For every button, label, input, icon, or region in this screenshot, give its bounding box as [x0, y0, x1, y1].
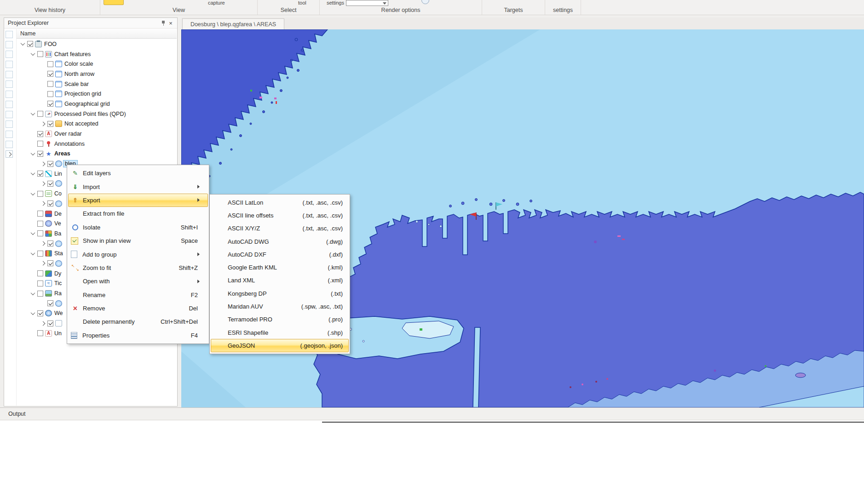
checkbox[interactable]	[47, 101, 53, 107]
checkbox[interactable]	[47, 91, 53, 97]
ribbon-group-select[interactable]: Select	[258, 0, 320, 15]
strip-cell[interactable]	[6, 141, 13, 148]
checkbox[interactable]	[47, 181, 53, 187]
strip-cell[interactable]	[6, 31, 13, 38]
strip-cell[interactable]	[6, 61, 13, 68]
menu-item-show-in-plan-view[interactable]: Show in plan viewSpace	[68, 234, 208, 247]
ribbon-group-targets[interactable]: Targets	[482, 0, 545, 15]
menu-item-export[interactable]: ⇑Export	[68, 194, 208, 207]
close-panel-button[interactable]: ×	[167, 19, 174, 27]
ribbon-combobox[interactable]	[346, 0, 388, 6]
checkbox[interactable]	[37, 270, 43, 276]
expander-toggle[interactable]	[18, 42, 27, 46]
expander-toggle[interactable]	[29, 192, 37, 195]
tree-row-over-radar[interactable]: AOver radar	[17, 129, 177, 139]
checkbox[interactable]	[37, 330, 43, 336]
tree-row-not-accepted[interactable]: Not accepted	[17, 119, 177, 129]
strip-cell[interactable]	[6, 91, 13, 98]
checkbox[interactable]	[47, 300, 53, 306]
strip-cell[interactable]	[6, 120, 13, 128]
menu-item-import[interactable]: ⇓Import	[68, 180, 208, 193]
export-item-ascii-line-offsets[interactable]: ASCII line offsets(.txt, .asc, .csv)	[211, 209, 349, 222]
expander-toggle[interactable]	[39, 322, 47, 325]
export-item-autocad-dxf[interactable]: AutoCAD DXF(.dxf)	[211, 248, 349, 261]
checkbox[interactable]	[37, 51, 43, 57]
checkbox[interactable]	[37, 111, 43, 117]
ribbon-yellow-button[interactable]	[104, 0, 124, 5]
checkbox[interactable]	[37, 191, 43, 197]
expander-toggle[interactable]	[29, 252, 37, 255]
strip-cell[interactable]	[6, 111, 13, 118]
expander-toggle[interactable]	[29, 52, 37, 56]
menu-item-rename[interactable]: RenameF2	[68, 288, 208, 302]
expander-toggle[interactable]	[39, 182, 47, 185]
tree-row-north-arrow[interactable]: North arrow	[17, 69, 177, 79]
tree-row-color-scale[interactable]: Color scale	[17, 59, 177, 69]
checkbox[interactable]	[47, 61, 53, 67]
expander-toggle[interactable]	[39, 202, 47, 205]
tree-row-projection-grid[interactable]: Projection grid	[17, 89, 177, 99]
checkbox[interactable]	[47, 71, 53, 77]
checkbox[interactable]	[37, 151, 43, 157]
strip-expand-button[interactable]	[6, 150, 13, 158]
strip-cell[interactable]	[6, 131, 13, 138]
checkbox[interactable]	[47, 81, 53, 87]
expander-toggle[interactable]	[39, 162, 47, 166]
checkbox[interactable]	[37, 141, 43, 147]
strip-cell[interactable]	[6, 71, 13, 78]
tree-column-header[interactable]: Name	[17, 29, 177, 39]
tree-row-areas[interactable]: ★Areas	[17, 149, 177, 159]
expander-toggle[interactable]	[39, 122, 47, 126]
checkbox[interactable]	[37, 171, 43, 177]
strip-cell[interactable]	[6, 101, 13, 108]
expander-toggle[interactable]	[29, 172, 37, 175]
checkbox[interactable]	[27, 41, 33, 47]
expander-toggle[interactable]	[29, 292, 37, 295]
tree-row-scale-bar[interactable]: Scale bar	[17, 79, 177, 89]
menu-item-add-to-group[interactable]: Add to group	[68, 247, 208, 261]
checkbox[interactable]	[47, 161, 53, 167]
checkbox[interactable]	[37, 230, 43, 236]
output-panel-header[interactable]: Output	[0, 408, 864, 420]
expander-toggle[interactable]	[29, 112, 37, 115]
menu-item-edit-layers[interactable]: ✎Edit layers	[68, 166, 208, 180]
checkbox[interactable]	[47, 321, 53, 326]
menu-item-extract-from-file[interactable]: Extract from file	[68, 207, 208, 220]
tree-row-geographical-grid[interactable]: Geographical grid	[17, 99, 177, 109]
expander-toggle[interactable]	[29, 312, 37, 315]
ribbon-group-view[interactable]: View	[100, 0, 258, 15]
checkbox[interactable]	[47, 121, 53, 127]
ribbon-group-view-history[interactable]: View history	[0, 0, 100, 15]
strip-cell[interactable]	[6, 41, 13, 48]
expander-toggle[interactable]	[39, 242, 47, 245]
export-item-terramodel-pro[interactable]: Terramodel PRO(.pro)	[211, 313, 349, 326]
checkbox[interactable]	[47, 241, 53, 246]
menu-item-isolate[interactable]: IsolateShift+I	[68, 221, 208, 234]
checkbox[interactable]	[37, 310, 43, 316]
checkbox[interactable]	[37, 131, 43, 137]
export-item-maridan-auv[interactable]: Maridan AUV(.spw, .asc, .txt)	[211, 300, 349, 313]
checkbox[interactable]	[47, 260, 53, 266]
menu-item-properties[interactable]: PropertiesF4	[68, 329, 208, 342]
checkbox[interactable]	[37, 211, 43, 217]
menu-item-zoom-to-fit[interactable]: Zoom to fitShift+Z	[68, 261, 208, 275]
menu-item-open-with[interactable]: Open with	[68, 275, 208, 288]
export-item-esri-shapefile[interactable]: ESRI Shapefile(.shp)	[211, 326, 349, 339]
tree-row-chart-features[interactable]: Chart features	[17, 49, 177, 59]
ribbon-group-settings[interactable]: settings	[545, 0, 581, 15]
checkbox[interactable]	[37, 221, 43, 227]
export-item-land-xml[interactable]: Land XML(.xml)	[211, 274, 349, 287]
tree-row-foo[interactable]: FOO	[17, 39, 177, 49]
expander-toggle[interactable]	[29, 232, 37, 235]
expander-toggle[interactable]	[29, 152, 37, 155]
export-item-ascii-latlon[interactable]: ASCII LatLon(.txt, .asc, .csv)	[211, 196, 349, 209]
menu-item-remove[interactable]: ×RemoveDel	[68, 302, 208, 315]
checkbox[interactable]	[37, 281, 43, 286]
menu-item-delete-permanently[interactable]: Delete permanentlyCtrl+Shift+Del	[68, 315, 208, 328]
expander-toggle[interactable]	[39, 262, 47, 265]
checkbox[interactable]	[47, 200, 53, 206]
map-document-tab[interactable]: Doesburg \ blep.qgfarea \ AREAS	[182, 18, 284, 29]
strip-cell[interactable]	[6, 51, 13, 58]
checkbox[interactable]	[37, 291, 43, 297]
export-item-kongsberg-dp[interactable]: Kongsberg DP(.txt)	[211, 287, 349, 300]
